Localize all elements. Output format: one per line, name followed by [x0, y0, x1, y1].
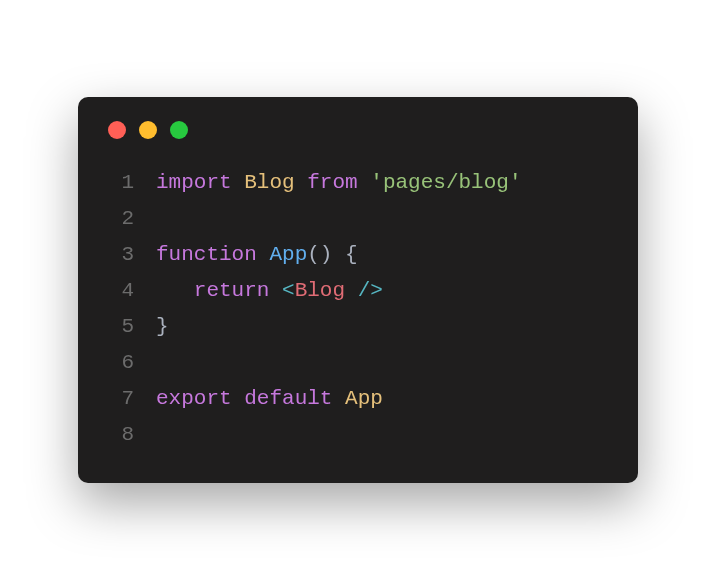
code-token	[232, 171, 245, 194]
code-editor-window: 1import Blog from 'pages/blog'2 3functio…	[78, 97, 638, 484]
code-token: Blog	[244, 171, 294, 194]
line-number: 7	[104, 381, 134, 417]
code-token	[358, 171, 371, 194]
line-number: 1	[104, 165, 134, 201]
code-token	[295, 171, 308, 194]
line-number: 4	[104, 273, 134, 309]
minimize-icon[interactable]	[139, 121, 157, 139]
window-controls	[108, 121, 612, 139]
code-token: export	[156, 387, 232, 410]
code-token: from	[307, 171, 357, 194]
code-token: ()	[307, 243, 332, 266]
code-token	[332, 387, 345, 410]
code-line: 3function App() {	[104, 237, 612, 273]
code-content	[156, 345, 169, 381]
code-content: import Blog from 'pages/blog'	[156, 165, 522, 201]
code-token	[232, 387, 245, 410]
code-token: {	[345, 243, 358, 266]
code-line: 7export default App	[104, 381, 612, 417]
line-number: 8	[104, 417, 134, 453]
code-token: }	[156, 315, 169, 338]
code-content: export default App	[156, 381, 383, 417]
line-number: 6	[104, 345, 134, 381]
code-token: <	[282, 279, 295, 302]
code-line: 2	[104, 201, 612, 237]
code-content: return <Blog />	[156, 273, 383, 309]
code-token: function	[156, 243, 257, 266]
code-content: function App() {	[156, 237, 358, 273]
code-token: default	[244, 387, 332, 410]
code-line: 1import Blog from 'pages/blog'	[104, 165, 612, 201]
close-icon[interactable]	[108, 121, 126, 139]
code-line: 4 return <Blog />	[104, 273, 612, 309]
code-content	[156, 417, 169, 453]
line-number: 5	[104, 309, 134, 345]
code-token	[257, 243, 270, 266]
line-number: 2	[104, 201, 134, 237]
code-token	[269, 279, 282, 302]
code-token	[332, 243, 345, 266]
line-number: 3	[104, 237, 134, 273]
code-token: />	[358, 279, 383, 302]
code-token: Blog	[295, 279, 345, 302]
code-line: 6	[104, 345, 612, 381]
code-token: 'pages/blog'	[370, 171, 521, 194]
code-token: App	[345, 387, 383, 410]
code-content: }	[156, 309, 169, 345]
maximize-icon[interactable]	[170, 121, 188, 139]
code-line: 8	[104, 417, 612, 453]
code-token	[345, 279, 358, 302]
code-content	[156, 201, 169, 237]
code-token	[156, 279, 194, 302]
code-token: return	[194, 279, 270, 302]
code-token: import	[156, 171, 232, 194]
code-area[interactable]: 1import Blog from 'pages/blog'2 3functio…	[104, 165, 612, 454]
code-token: App	[269, 243, 307, 266]
code-line: 5}	[104, 309, 612, 345]
